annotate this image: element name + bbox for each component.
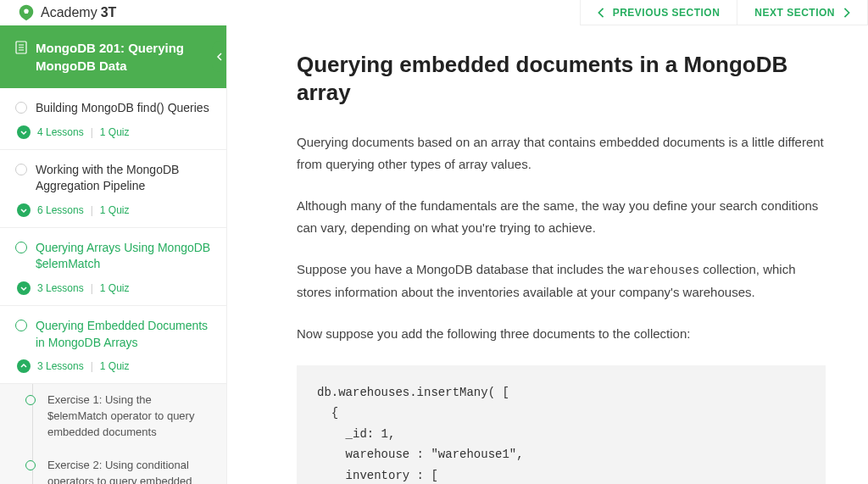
section-title[interactable]: Querying Arrays Using MongoDB $elemMatch (15, 240, 211, 273)
section-title[interactable]: Querying Embedded Documents in MongoDB A… (15, 318, 211, 351)
section-meta: 4 Lessons|1 Quiz (17, 125, 211, 139)
document-icon (15, 41, 27, 54)
course-title: MongoDB 201: Querying MongoDB Data (36, 39, 211, 75)
collapse-sidebar-button[interactable] (212, 42, 227, 72)
lessons-count: 6 Lessons (37, 204, 84, 216)
lessons-count: 3 Lessons (37, 282, 84, 294)
chevron-down-icon[interactable] (17, 125, 31, 139)
progress-radio-icon (15, 320, 27, 331)
paragraph: Querying documents based on an array tha… (297, 131, 826, 175)
chevron-down-icon[interactable] (17, 281, 31, 295)
brand-name-bold: 3T (101, 5, 117, 20)
sidebar-section: Querying Arrays Using MongoDB $elemMatch… (0, 228, 226, 306)
sidebar-section: Querying Embedded Documents in MongoDB A… (0, 306, 226, 384)
progress-radio-icon (25, 395, 36, 405)
chevron-left-icon (217, 53, 222, 61)
section-meta: 3 Lessons|1 Quiz (17, 281, 211, 295)
quiz-count: 1 Quiz (100, 360, 130, 372)
sidebar-section: Building MongoDB find() Queries4 Lessons… (0, 88, 226, 150)
paragraph: Although many of the fundamentals are th… (297, 195, 826, 238)
next-section-button[interactable]: NEXT SECTION (737, 0, 868, 25)
sidebar-section: Working with the MongoDB Aggregation Pip… (0, 150, 226, 228)
separator: | (91, 282, 93, 294)
quiz-count: 1 Quiz (100, 282, 130, 294)
code-block: db.warehouses.insertMany( [ { _id: 1, wa… (297, 365, 826, 484)
section-meta: 6 Lessons|1 Quiz (17, 203, 211, 217)
leaf-icon (17, 3, 36, 22)
section-title-label: Querying Embedded Documents in MongoDB A… (36, 318, 211, 351)
chevron-right-icon (843, 8, 850, 18)
main-content: Querying embedded documents in a MongoDB… (227, 25, 868, 484)
article-title: Querying embedded documents in a MongoDB… (297, 51, 826, 106)
sublesson-item[interactable]: Exercise 1: Using the $elemMatch operato… (0, 384, 226, 449)
separator: | (91, 204, 93, 216)
progress-radio-icon (15, 164, 27, 175)
lessons-count: 3 Lessons (37, 360, 84, 372)
sublesson-item[interactable]: Exercise 2: Using conditional operators … (0, 449, 226, 484)
section-title-label: Querying Arrays Using MongoDB $elemMatch (36, 240, 211, 273)
progress-radio-icon (25, 460, 36, 470)
chevron-up-icon[interactable] (17, 359, 31, 373)
progress-radio-icon (15, 242, 27, 253)
sublessons-list: Exercise 1: Using the $elemMatch operato… (0, 384, 226, 484)
sidebar: MongoDB 201: Querying MongoDB Data Build… (0, 25, 227, 484)
sublesson-label: Exercise 2: Using conditional operators … (47, 458, 211, 484)
brand-logo[interactable]: Academy 3T (17, 3, 116, 22)
brand-name-light: Academy (41, 5, 97, 20)
paragraph: Now suppose you add the following three … (297, 323, 826, 345)
chevron-left-icon (598, 8, 604, 18)
section-meta: 3 Lessons|1 Quiz (17, 359, 211, 373)
quiz-count: 1 Quiz (100, 126, 130, 138)
lessons-count: 4 Lessons (37, 126, 84, 138)
section-title[interactable]: Working with the MongoDB Aggregation Pip… (15, 162, 211, 195)
paragraph: Suppose you have a MongoDB database that… (297, 259, 826, 303)
sublesson-label: Exercise 1: Using the $elemMatch operato… (47, 392, 211, 441)
progress-radio-icon (15, 102, 27, 114)
quiz-count: 1 Quiz (100, 204, 130, 216)
section-title[interactable]: Building MongoDB find() Queries (15, 100, 211, 117)
course-header[interactable]: MongoDB 201: Querying MongoDB Data (0, 25, 226, 88)
chevron-down-icon[interactable] (17, 203, 31, 217)
section-title-label: Building MongoDB find() Queries (36, 100, 209, 117)
separator: | (91, 360, 93, 372)
previous-section-button[interactable]: PREVIOUS SECTION (580, 0, 737, 25)
separator: | (91, 126, 93, 138)
section-title-label: Working with the MongoDB Aggregation Pip… (36, 162, 211, 195)
inline-code: warehouses (628, 264, 699, 277)
